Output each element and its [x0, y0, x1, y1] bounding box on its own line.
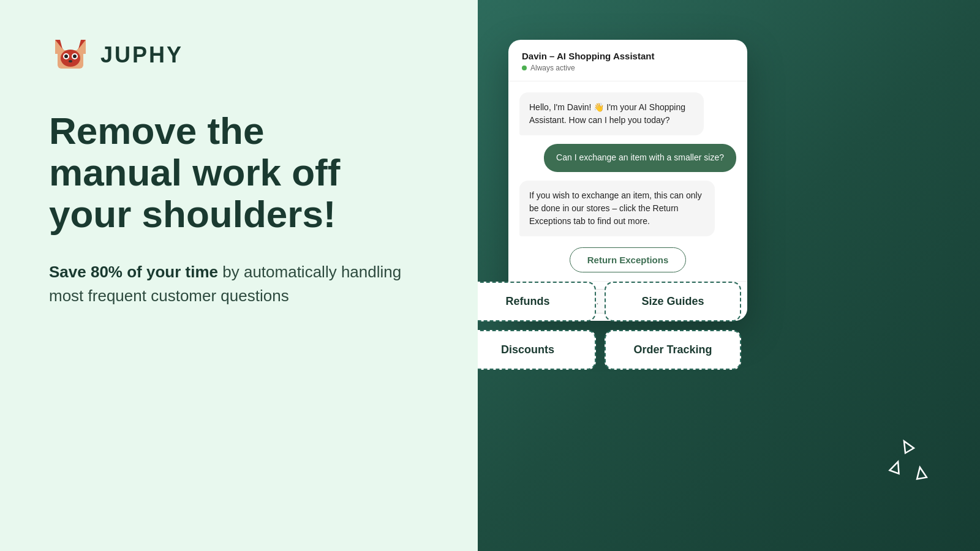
- headline-line1: Remove the: [49, 110, 264, 152]
- svg-point-7: [73, 54, 77, 58]
- logo-text: JUPHY: [100, 42, 183, 68]
- headline-line3: your shoulders!: [49, 193, 336, 235]
- quick-reply-refunds[interactable]: Refunds: [478, 282, 596, 321]
- return-exceptions-button[interactable]: Return Exceptions: [570, 247, 687, 272]
- status-dot: [522, 66, 527, 70]
- svg-point-3: [61, 50, 80, 67]
- chat-header-title: Davin – AI Shopping Assistant: [522, 51, 734, 61]
- right-panel: Davin – AI Shopping Assistant Always act…: [478, 0, 980, 551]
- left-panel: JUPHY Remove the manual work off your sh…: [0, 0, 478, 551]
- chat-widget: Davin – AI Shopping Assistant Always act…: [508, 40, 747, 321]
- decorative-arrows: [876, 432, 943, 502]
- user-message: Can I exchange an item with a smaller si…: [544, 144, 736, 172]
- chat-body: Hello, I'm Davin! 👋 I'm your AI Shopping…: [508, 81, 747, 281]
- arrows-decoration: [876, 432, 943, 500]
- bot-greeting-message: Hello, I'm Davin! 👋 I'm your AI Shopping…: [519, 92, 704, 135]
- logo-area: JUPHY: [49, 37, 429, 73]
- quick-replies-container: Refunds Size Guides Discounts Order Trac…: [478, 282, 741, 370]
- subheadline: Save 80% of your time by automatically h…: [49, 260, 429, 308]
- headline-line2: manual work off: [49, 151, 340, 193]
- chat-status: Always active: [522, 64, 734, 72]
- quick-reply-size-guides[interactable]: Size Guides: [605, 282, 741, 321]
- quick-reply-order-tracking[interactable]: Order Tracking: [605, 330, 741, 370]
- subheadline-bold: Save 80% of your time: [49, 263, 218, 281]
- status-text: Always active: [530, 64, 575, 72]
- svg-marker-13: [915, 467, 927, 479]
- svg-point-6: [64, 54, 68, 58]
- headline: Remove the manual work off your shoulder…: [49, 110, 429, 236]
- juphy-logo-icon: [49, 37, 92, 73]
- bot-response-message: If you wish to exchange an item, this ca…: [519, 181, 715, 236]
- chat-header: Davin – AI Shopping Assistant Always act…: [508, 40, 747, 81]
- svg-marker-12: [889, 460, 902, 473]
- quick-reply-discounts[interactable]: Discounts: [478, 330, 596, 370]
- svg-marker-11: [900, 438, 914, 453]
- svg-point-8: [69, 60, 72, 62]
